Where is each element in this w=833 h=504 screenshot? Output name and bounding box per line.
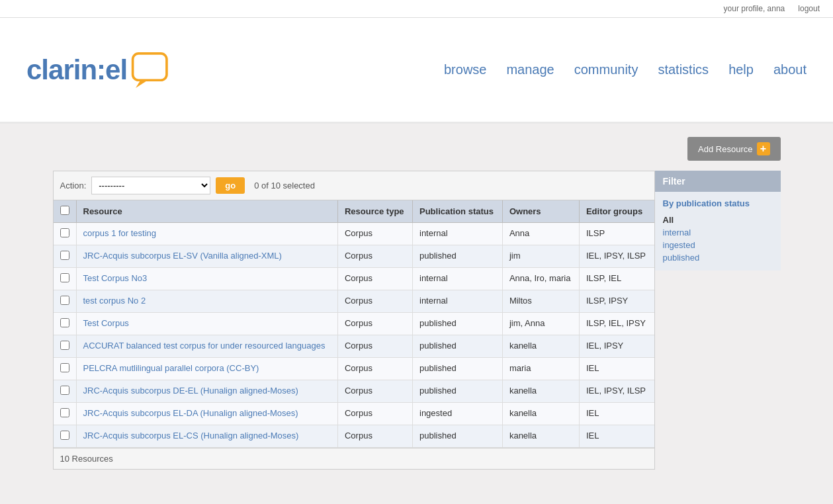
- resource-link[interactable]: PELCRA mutlilingual parallel corpora (CC…: [83, 363, 259, 373]
- table-row: Test Corpus No3 Corpus internal Anna, Ir…: [54, 268, 654, 290]
- row-editors: ILSP, IEL: [579, 268, 654, 290]
- nav-menu: browse manage community statistics help …: [444, 56, 807, 84]
- resource-link[interactable]: Test Corpus No3: [83, 273, 148, 283]
- add-resource-button[interactable]: Add Resource +: [687, 137, 780, 161]
- sidebar: Filter By publication status Allinternal…: [655, 171, 781, 271]
- row-checkbox-cell: [54, 403, 77, 425]
- row-owners: jim: [502, 245, 579, 268]
- row-resource-name: PELCRA mutlilingual parallel corpora (CC…: [76, 358, 337, 380]
- plus-icon: +: [757, 142, 770, 155]
- row-owners: kanella: [502, 425, 579, 448]
- logo-bubble-icon: [130, 52, 170, 88]
- logout-link[interactable]: logout: [798, 4, 820, 13]
- row-editors: ILSP, IPSY: [579, 290, 654, 313]
- row-checkbox-cell: [54, 313, 77, 335]
- nav-item-community[interactable]: community: [574, 56, 638, 84]
- row-editors: IEL: [579, 358, 654, 380]
- row-checkbox-cell: [54, 268, 77, 290]
- col-header-checkbox: [54, 200, 77, 223]
- toolbar-row: Add Resource +: [53, 137, 781, 161]
- col-header-status: Publication status: [413, 200, 503, 223]
- action-row: Action: --------- go 0 of 10 selected: [54, 171, 654, 200]
- row-type: Corpus: [337, 358, 412, 380]
- resource-link[interactable]: ACCURAT balanced test corpus for under r…: [83, 341, 326, 351]
- nav-item-statistics[interactable]: statistics: [658, 56, 709, 84]
- table-footer: 10 Resources: [54, 448, 654, 469]
- profile-link[interactable]: your profile, anna: [724, 4, 785, 13]
- row-checkbox-cell: [54, 290, 77, 313]
- resource-link[interactable]: JRC-Acquis subcorpus DE-EL (Hunalign ali…: [83, 386, 298, 396]
- row-checkbox[interactable]: [60, 341, 69, 350]
- row-owners: Anna: [502, 223, 579, 245]
- action-select[interactable]: ---------: [91, 177, 210, 194]
- row-resource-name: Test Corpus No3: [76, 268, 337, 290]
- filter-section-title: By publication status: [663, 198, 773, 208]
- header: clarin:el browse manage community statis…: [0, 18, 833, 124]
- filter-option-all[interactable]: All: [663, 214, 773, 226]
- row-editors: IEL: [579, 403, 654, 425]
- col-header-resource: Resource: [76, 200, 337, 223]
- resource-link[interactable]: JRC-Acquis subcorpus EL-SV (Vanilla alig…: [83, 251, 282, 261]
- row-checkbox-cell: [54, 223, 77, 245]
- row-type: Corpus: [337, 290, 412, 313]
- row-editors: IEL: [579, 425, 654, 448]
- filter-option-published[interactable]: published: [663, 251, 773, 264]
- row-status: internal: [413, 268, 503, 290]
- resource-table: Resource Resource type Publication statu…: [54, 200, 654, 448]
- nav-item-manage[interactable]: manage: [506, 56, 554, 84]
- selected-count: 0 of 10 selected: [254, 181, 315, 190]
- table-row: Test Corpus Corpus published jim, Anna I…: [54, 313, 654, 335]
- table-row: test corpus No 2 Corpus internal Miltos …: [54, 290, 654, 313]
- table-row: PELCRA mutlilingual parallel corpora (CC…: [54, 358, 654, 380]
- row-status: internal: [413, 290, 503, 313]
- top-bar: your profile, anna logout: [0, 0, 833, 18]
- row-resource-name: corpus 1 for testing: [76, 223, 337, 245]
- row-resource-name: JRC-Acquis subcorpus DE-EL (Hunalign ali…: [76, 380, 337, 403]
- row-editors: IEL, IPSY, ILSP: [579, 245, 654, 268]
- row-type: Corpus: [337, 425, 412, 448]
- nav-item-browse[interactable]: browse: [444, 56, 486, 84]
- row-status: published: [413, 245, 503, 268]
- table-header-row: Resource Resource type Publication statu…: [54, 200, 654, 223]
- go-button[interactable]: go: [216, 177, 245, 194]
- row-checkbox-cell: [54, 358, 77, 380]
- row-type: Corpus: [337, 245, 412, 268]
- row-resource-name: JRC-Acquis subcorpus EL-DA (Hunalign ali…: [76, 403, 337, 425]
- row-editors: ILSP: [579, 223, 654, 245]
- filter-options: Allinternalingestedpublished: [663, 214, 773, 264]
- nav-item-about[interactable]: about: [773, 56, 807, 84]
- resource-link[interactable]: JRC-Acquis subcorpus EL-DA (Hunalign ali…: [83, 408, 298, 418]
- row-resource-name: test corpus No 2: [76, 290, 337, 313]
- resource-link[interactable]: Test Corpus: [83, 318, 129, 328]
- row-checkbox[interactable]: [60, 431, 69, 440]
- resource-link[interactable]: corpus 1 for testing: [83, 228, 157, 238]
- row-checkbox-cell: [54, 425, 77, 448]
- resource-link[interactable]: JRC-Acquis subcorpus EL-CS (Hunalign ali…: [83, 431, 299, 441]
- row-status: internal: [413, 223, 503, 245]
- col-header-type: Resource type: [337, 200, 412, 223]
- resource-count: 10 Resources: [60, 454, 113, 464]
- row-checkbox[interactable]: [60, 408, 69, 417]
- row-checkbox[interactable]: [60, 386, 69, 395]
- row-owners: kanella: [502, 335, 579, 358]
- table-row: corpus 1 for testing Corpus internal Ann…: [54, 223, 654, 245]
- nav-item-help[interactable]: help: [728, 56, 754, 84]
- logo-area: clarin:el: [26, 52, 170, 88]
- row-checkbox[interactable]: [60, 363, 69, 372]
- resource-link[interactable]: test corpus No 2: [83, 296, 146, 306]
- filter-option-internal[interactable]: internal: [663, 226, 773, 239]
- row-type: Corpus: [337, 335, 412, 358]
- filter-option-ingested[interactable]: ingested: [663, 239, 773, 251]
- table-area: Action: --------- go 0 of 10 selected Re…: [53, 171, 655, 470]
- row-checkbox[interactable]: [60, 273, 69, 282]
- select-all-checkbox[interactable]: [60, 206, 69, 215]
- row-checkbox-cell: [54, 380, 77, 403]
- row-checkbox[interactable]: [60, 296, 69, 305]
- row-checkbox[interactable]: [60, 228, 69, 237]
- row-type: Corpus: [337, 223, 412, 245]
- table-row: JRC-Acquis subcorpus EL-DA (Hunalign ali…: [54, 403, 654, 425]
- table-row: JRC-Acquis subcorpus EL-SV (Vanilla alig…: [54, 245, 654, 268]
- row-checkbox[interactable]: [60, 318, 69, 327]
- table-row: ACCURAT balanced test corpus for under r…: [54, 335, 654, 358]
- row-checkbox[interactable]: [60, 251, 69, 260]
